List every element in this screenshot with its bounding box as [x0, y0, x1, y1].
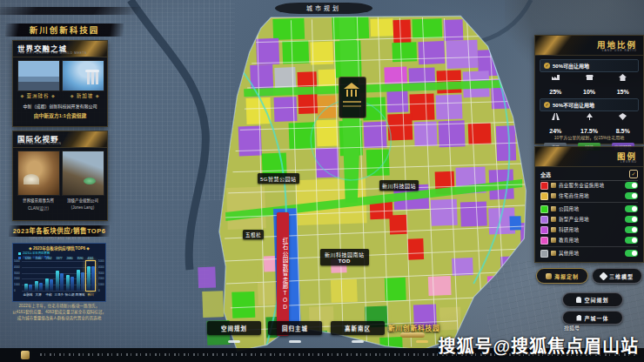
section-nontransferable-label: 50%不可出让用地	[553, 101, 594, 109]
legend-label: 科研用地	[559, 226, 622, 233]
photo-industry-planning	[62, 151, 104, 196]
chart-ytick: 2000	[98, 277, 104, 280]
map-label-south-station-tod[interactable]: 新川科技园南站 TOD	[320, 249, 369, 265]
emblem-line	[343, 105, 361, 107]
desc-line2: 以4161套供应量、4063套成交量卫冕全市双料桂冠，	[9, 310, 110, 316]
chart-bar	[81, 272, 84, 291]
toggle-industry[interactable]	[625, 216, 638, 223]
green-dome	[84, 178, 96, 184]
gem-icon	[618, 113, 627, 120]
land-use-header: 用地比例 LAND USE RATIO	[535, 36, 643, 56]
marina-bay-tower	[87, 72, 90, 84]
cube-icon	[600, 272, 608, 280]
toggle-other[interactable]	[625, 250, 638, 257]
select-all-checkbox[interactable]: ✓	[629, 170, 638, 178]
chart-bar	[56, 271, 59, 291]
gold-corner-decor	[535, 147, 597, 167]
map-mode-banner[interactable]: 城市规划	[275, 3, 372, 14]
emblem-line	[343, 101, 361, 103]
caption-right-2: (Jones Lang)	[61, 205, 104, 210]
nav-dash[interactable]	[228, 340, 240, 343]
chart-x-label: 新川	[87, 292, 93, 297]
panel-world-city: 世界交融之城 THE CITY WHERE THE WORLD MEETS ◆ …	[12, 40, 108, 127]
shop-icon	[585, 74, 594, 81]
legend-label: 住宅商住用地	[559, 192, 622, 199]
chart-x-label: 中和	[45, 292, 51, 297]
zoning-parcels	[189, 9, 534, 358]
toggle-research[interactable]	[625, 226, 638, 233]
chart-bar-group: 1205金融城	[23, 261, 32, 291]
pct-amenity: 8.5%	[616, 128, 630, 134]
legend-item-research: 科研用地	[535, 225, 643, 235]
legend-label: 公园用地	[559, 205, 622, 212]
pct-road: 24%	[549, 128, 561, 134]
panel-world-subtitle: THE CITY WHERE THE WORLD MEETS	[17, 51, 87, 55]
swatch-residential	[540, 192, 548, 200]
nav-space-planning[interactable]: 空间规划	[207, 321, 261, 335]
panel-intl-subtitle: INTERNATIONAL VISION	[17, 142, 61, 145]
chart-ytick: 0	[98, 289, 100, 292]
legend-item-other: 其他用地	[535, 248, 643, 258]
chart-bar	[24, 284, 28, 291]
chart-value-label: 3377	[56, 257, 62, 260]
chart-bar	[45, 278, 49, 291]
section-transferable-label: 50%可出让用地	[553, 62, 589, 70]
swatch-education	[540, 237, 548, 245]
toggle-knob	[632, 238, 637, 243]
knight-icon	[576, 297, 581, 303]
space-plan-button[interactable]: 空间规划	[562, 292, 623, 307]
tag-asia-silicon-valley: ◆ 亚洲硅谷 ◆	[20, 92, 55, 99]
top6-banner: 2023年各板块供应/销售TOP6	[9, 225, 110, 237]
legend-item-residential: 住宅商住用地	[535, 191, 643, 201]
toggle-commercial[interactable]	[625, 182, 638, 189]
desc-line1: 2022年上半年，住宅市场新川板块一路领先，	[9, 304, 110, 310]
map-label-corridor-tod[interactable]: 红石公园数智走廊TOD	[277, 212, 289, 336]
nav-dash-active[interactable]	[416, 340, 428, 343]
industry-city-button[interactable]: 产城一体	[562, 311, 623, 325]
section-transferable: ✓ 50%可出让用地	[540, 59, 639, 72]
photo-landscape-firm	[17, 151, 60, 196]
chart-title: ◆ 2023年各板块供应/销售TOP6 ◆	[13, 245, 105, 251]
road-icon	[551, 113, 560, 120]
legend-list: 商业服务业设施用地 住宅商住用地 公园用地 新型产业用地	[535, 180, 643, 258]
panel-land-use: 用地比例 LAND USE RATIO ✓ 50%可出让用地 25% 产业 10…	[534, 35, 644, 144]
chart-value-label: 1560	[35, 257, 41, 260]
map-label-xinchuan-station[interactable]: 新川科技园站	[379, 180, 419, 191]
model-3d-button-label: 三维模型	[609, 272, 634, 280]
caption-left-2: CLAN(设计)	[16, 205, 61, 211]
map-label-park-gold[interactable]: 新川创新科技园	[388, 323, 472, 332]
south-station-line1: 新川科技园南站	[325, 251, 365, 258]
toggle-residential[interactable]	[625, 192, 638, 199]
nav-dash[interactable]	[352, 340, 364, 343]
burger-icon	[551, 183, 556, 188]
marina-bay-tower	[91, 72, 94, 84]
chart-bar	[70, 277, 74, 291]
south-station-line2: TOD	[325, 258, 365, 264]
chart-ytick: 1000	[98, 283, 104, 286]
nav-dash[interactable]	[289, 340, 301, 343]
chart-ytick: 3000	[14, 272, 20, 275]
toggle-park[interactable]	[625, 205, 638, 212]
legend-divider	[540, 202, 638, 203]
poster-button[interactable]: 海报定制	[536, 268, 588, 284]
toggle-education[interactable]	[625, 237, 638, 244]
page-title: 新川创新科技园	[5, 23, 124, 37]
top6-chart: ◆ 2023年各板块供应/销售TOP6 ◆ 2023上半年供应套数2023上半年…	[12, 243, 106, 302]
legend-divider	[540, 246, 638, 247]
nav-return-main-city[interactable]: 回归主城	[268, 321, 322, 335]
check-icon: ✓	[544, 63, 550, 69]
chart-x-label: 大源	[35, 292, 41, 297]
map-label-5g-park-station[interactable]: 5G智慧公园站	[258, 173, 299, 184]
nav-hi-tech-south[interactable]: 高新南区	[331, 321, 385, 335]
chart-gridline	[22, 291, 97, 292]
chart-bar	[60, 273, 64, 291]
watermark-badge: 搜狐号	[564, 324, 580, 332]
chart-x-label: 金融城	[23, 292, 33, 297]
model-3d-button[interactable]: 三维模型	[592, 268, 642, 284]
pct-residential: 15%	[617, 89, 629, 95]
industry-city-button-label: 产城一体	[584, 314, 608, 322]
chart-ytick: 1000	[14, 283, 20, 286]
map-label-wugensong[interactable]: 五根松	[243, 230, 264, 239]
section-nontransferable: ✓ 50%不可出让用地	[540, 98, 639, 111]
legend-item-commercial: 商业服务业设施用地	[535, 180, 643, 191]
